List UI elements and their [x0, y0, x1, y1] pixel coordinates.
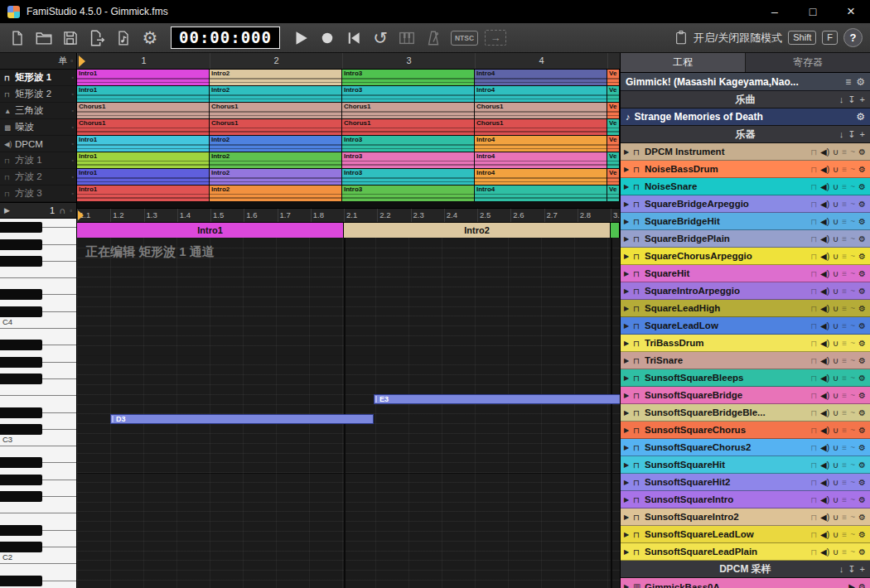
- pitch-envelope-icon[interactable]: ~: [850, 443, 855, 452]
- record-button[interactable]: [315, 26, 340, 51]
- instrument-row[interactable]: ▶ ⊓ SunsoftSquareBridgeBle... ⊓ ◀) ∪ ≡ ~…: [621, 404, 870, 422]
- duty-envelope-icon[interactable]: ⊓: [810, 547, 817, 557]
- volume-envelope-icon[interactable]: ∪: [833, 391, 839, 400]
- volume-envelope-icon[interactable]: ∪: [833, 339, 839, 348]
- channel-row[interactable]: ▩ 噪波 ▫: [0, 119, 76, 136]
- pitch-envelope-icon[interactable]: ~: [850, 147, 855, 157]
- timeline-tick[interactable]: 1.6: [244, 209, 277, 222]
- expand-icon[interactable]: ▶: [624, 183, 633, 190]
- expand-icon[interactable]: ▶: [624, 531, 633, 538]
- sequencer-column-number[interactable]: 1: [77, 53, 210, 69]
- piano-key[interactable]: [0, 379, 76, 396]
- piano-roll-grid[interactable]: 正在编辑 矩形波 1 通道 D3 E3: [77, 238, 620, 588]
- expand-icon[interactable]: ▶: [624, 479, 633, 486]
- volume-envelope-icon[interactable]: ∪: [833, 321, 839, 330]
- arpeggio-envelope-icon[interactable]: ≡: [842, 547, 847, 557]
- arpeggio-envelope-icon[interactable]: ≡: [842, 408, 847, 417]
- arpeggio-envelope-icon[interactable]: ≡: [842, 495, 847, 504]
- instrument-name[interactable]: TriBassDrum: [645, 338, 810, 348]
- duty-envelope-icon[interactable]: ⊓: [810, 374, 817, 383]
- instrument-row[interactable]: ▶ ⊓ SquareLeadLow ⊓ ◀) ∪ ≡ ~ ⚙: [621, 317, 870, 335]
- force-display-icon[interactable]: ▫: [72, 141, 74, 147]
- speaker-icon[interactable]: ◀): [820, 269, 829, 278]
- pattern-cell[interactable]: Chorus1: [475, 103, 607, 119]
- pattern-cell[interactable]: Intro4: [475, 136, 607, 152]
- arpeggio-envelope-icon[interactable]: ≡: [842, 460, 847, 470]
- volume-envelope-icon[interactable]: ∪: [833, 374, 839, 383]
- speaker-icon[interactable]: ◀): [820, 426, 829, 435]
- arpeggio-envelope-icon[interactable]: ≡: [842, 287, 847, 296]
- arpeggio-envelope-icon[interactable]: ≡: [842, 269, 847, 278]
- sequencer-header[interactable]: 1 2 3 4: [77, 53, 620, 70]
- gear-icon[interactable]: ⚙: [858, 530, 866, 539]
- speaker-icon[interactable]: ◀): [820, 339, 829, 348]
- expand-icon[interactable]: ▶: [624, 340, 633, 347]
- play-icon[interactable]: ▶: [848, 582, 855, 588]
- expand-icon[interactable]: ▶: [624, 305, 633, 312]
- speaker-icon[interactable]: ◀): [820, 287, 829, 296]
- maximize-button[interactable]: □: [794, 0, 832, 23]
- instrument-row[interactable]: ▶ ⊓ SunsoftSquareHit ⊓ ◀) ∪ ≡ ~ ⚙: [621, 456, 870, 474]
- volume-envelope-icon[interactable]: ∪: [833, 443, 839, 452]
- speaker-icon[interactable]: ◀): [820, 356, 829, 365]
- pattern-header[interactable]: Intro1: [77, 223, 344, 238]
- pitch-envelope-icon[interactable]: ~: [850, 321, 855, 330]
- force-display-icon[interactable]: ▫: [72, 124, 74, 130]
- add-icon[interactable]: +: [860, 129, 865, 140]
- duty-envelope-icon[interactable]: ⊓: [810, 147, 817, 157]
- instrument-name[interactable]: SunsoftSquareBridge: [645, 390, 810, 400]
- gear-icon[interactable]: ⚙: [858, 443, 866, 452]
- duty-envelope-icon[interactable]: ⊓: [810, 200, 817, 209]
- timeline-tick[interactable]: 2.7: [544, 209, 578, 222]
- sample-name[interactable]: GimmickBass0A: [645, 582, 848, 588]
- instrument-name[interactable]: SquareBridgePlain: [645, 234, 810, 243]
- instrument-name[interactable]: NoiseSnare: [645, 181, 810, 191]
- pattern-cell[interactable]: Intro4: [475, 169, 607, 186]
- pattern-cell[interactable]: Intro2: [210, 70, 342, 86]
- instrument-name[interactable]: SquareBridgeHit: [645, 216, 810, 226]
- instrument-name[interactable]: SquareLeadLow: [645, 321, 810, 330]
- expand-icon[interactable]: ▶: [624, 218, 633, 225]
- arpeggio-envelope-icon[interactable]: ≡: [842, 443, 847, 452]
- arpeggio-envelope-icon[interactable]: ≡: [842, 374, 847, 383]
- snap-value[interactable]: 1: [50, 205, 55, 215]
- explorer-tab[interactable]: 寄存器: [746, 53, 870, 72]
- qwerty-piano-button[interactable]: [394, 26, 419, 51]
- duty-envelope-icon[interactable]: ⊓: [810, 252, 817, 261]
- gear-icon[interactable]: ⚙: [858, 182, 866, 191]
- speaker-icon[interactable]: ◀): [820, 304, 829, 313]
- speaker-icon[interactable]: ◀): [820, 443, 829, 452]
- load-icon[interactable]: ↧: [848, 564, 855, 575]
- speaker-icon[interactable]: ◀): [820, 217, 829, 226]
- expand-icon[interactable]: ▶: [624, 235, 633, 243]
- piano-key[interactable]: C3: [0, 430, 76, 446]
- pattern-cell[interactable]: Ve: [607, 119, 620, 136]
- gear-icon[interactable]: ⚙: [858, 269, 866, 278]
- save-file-button[interactable]: [58, 26, 83, 51]
- gear-icon[interactable]: ⚙: [858, 304, 866, 313]
- timeline-tick[interactable]: 1.5: [210, 209, 244, 222]
- expand-icon[interactable]: ▶: [624, 200, 633, 208]
- speaker-icon[interactable]: ◀): [820, 495, 829, 504]
- instrument-row[interactable]: ▶ ⊓ DPCM Instrument ⊓ ◀) ∪ ≡ ~ ⚙: [621, 143, 870, 161]
- expand-icon[interactable]: ▶: [624, 461, 633, 469]
- arpeggio-envelope-icon[interactable]: ≡: [842, 356, 847, 365]
- gear-icon[interactable]: ⚙: [858, 252, 866, 261]
- gear-icon[interactable]: ⚙: [858, 234, 866, 243]
- speaker-icon[interactable]: ◀): [820, 408, 829, 417]
- gear-icon[interactable]: ⚙: [858, 200, 866, 209]
- sort-icon[interactable]: ↓: [839, 94, 844, 105]
- pitch-envelope-icon[interactable]: ~: [850, 547, 855, 557]
- channel-row[interactable]: ⊓ 矩形波 2 ▫: [0, 86, 76, 103]
- loop-toggle-button[interactable]: ↺: [368, 26, 393, 51]
- volume-envelope-icon[interactable]: ∪: [833, 287, 839, 296]
- channel-row[interactable]: ⊓ 方波 2 ▫: [0, 169, 76, 186]
- arpeggio-envelope-icon[interactable]: ≡: [842, 217, 847, 226]
- arpeggio-envelope-icon[interactable]: ≡: [842, 513, 847, 522]
- channel-row[interactable]: ⊓ 方波 3 ▫: [0, 186, 76, 202]
- arpeggio-envelope-icon[interactable]: ≡: [842, 321, 847, 330]
- speaker-icon[interactable]: ◀): [820, 200, 829, 209]
- channel-row[interactable]: ◀) DPCM ▫: [0, 136, 76, 152]
- sequencer-column-number[interactable]: [607, 53, 620, 69]
- pattern-cell[interactable]: Intro4: [475, 70, 607, 86]
